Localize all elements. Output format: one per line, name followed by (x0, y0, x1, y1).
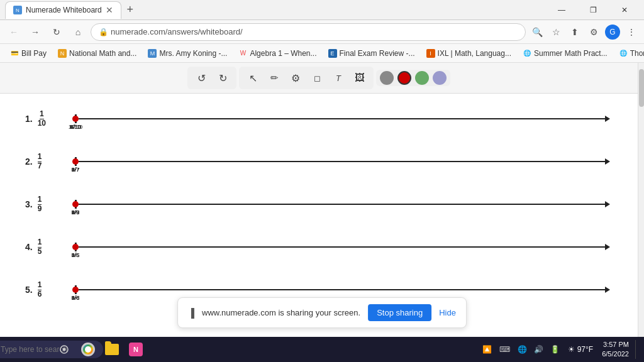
redo-button[interactable]: ↻ (213, 68, 233, 88)
volume-icon[interactable]: 🔊 (531, 342, 547, 357)
bookmark-star-icon[interactable]: ☆ (548, 25, 564, 40)
bookmark-favicon: 🌐 (523, 49, 531, 58)
content-area: ↺ ↻ ↖ ✏ ⚙ ◻ T 🖼 (0, 63, 644, 337)
bookmark-label: Algebra 1 – When... (250, 49, 316, 58)
bookmark-label: Thomastik-Infeld C... (630, 49, 644, 58)
fraction-marker (72, 116, 79, 122)
eraser-tool[interactable]: ◻ (307, 68, 327, 88)
problem-label-5: 5. 1 6 (25, 281, 75, 299)
close-button[interactable]: ✕ (610, 0, 639, 20)
back-button[interactable]: ← (5, 23, 23, 41)
problem-label-4: 4. 1 5 (25, 238, 75, 256)
new-tab-button[interactable]: + (121, 1, 139, 19)
weather-badge[interactable]: ☀ 97°F (565, 345, 596, 354)
tick-label: 7/7 (72, 167, 80, 173)
problem-label-3: 3. 1 9 (25, 195, 75, 213)
svg-point-5 (63, 348, 66, 351)
minimize-button[interactable]: — (547, 0, 576, 20)
browser-tab[interactable]: N Numerade Whiteboard ✕ (5, 1, 121, 19)
bookmark-favicon: I (426, 49, 435, 58)
tab-title: Numerade Whiteboard (26, 6, 102, 14)
search-taskbar[interactable]: 🔍 (29, 338, 52, 361)
network-icon[interactable]: 🌐 (515, 342, 530, 357)
taskbar-chrome[interactable] (77, 338, 99, 361)
tab-favicon: N (13, 6, 22, 14)
problem-row-3: 3. 1 9 0/91/92/93/94/95/96/97/98/99/9 (25, 192, 613, 217)
fraction-marker (72, 158, 79, 165)
system-tray: 🌐 🔊 🔋 (515, 342, 563, 357)
profile-icon[interactable]: G (605, 25, 620, 40)
taskbar-numerade[interactable]: N (125, 338, 147, 361)
problem-number: 4. (25, 242, 33, 252)
shape-tool[interactable]: ⚙ (286, 68, 306, 88)
scrollbar-thumb[interactable] (639, 69, 644, 107)
bookmark-icon: 💳 (10, 49, 19, 58)
color-green[interactable] (415, 71, 429, 85)
bookmark-ixl[interactable]: I IXL | Math, Languag... (421, 46, 516, 61)
color-gray[interactable] (380, 71, 394, 85)
bookmark-label: National Math and... (69, 49, 136, 58)
number-line-bar4 (79, 246, 606, 248)
number-line-bar2 (79, 161, 606, 162)
tick-label: 6/6 (72, 295, 80, 301)
sharing-notification: ▐ www.numerade.com is sharing your scree… (177, 297, 467, 328)
bookmark-favicon: E (328, 49, 337, 58)
url-bar[interactable]: 🔒 numerade.com/answers/whiteboard/ (91, 23, 526, 41)
show-desktop-button[interactable] (635, 340, 639, 359)
keyboard-icon[interactable]: ⌨ (497, 342, 513, 357)
problem-row-1: 1. 1 10 0/101/102/103/104/105/106/107/10… (25, 106, 613, 131)
share-icon[interactable]: ⬆ (567, 25, 582, 40)
menu-icon[interactable]: ⋮ (624, 25, 639, 40)
bookmark-summer-math[interactable]: 🌐 Summer Math Pract... (518, 46, 613, 61)
taskbar-right: 🔼 ⌨ 🌐 🔊 🔋 ☀ 97°F 3:57 PM 6/5/2022 (480, 340, 641, 359)
select-tool[interactable]: ↖ (243, 68, 263, 88)
system-clock[interactable]: 3:57 PM 6/5/2022 (598, 340, 633, 359)
bookmark-favicon: W (238, 49, 247, 58)
notification-icon[interactable]: 🔼 (480, 342, 495, 357)
bookmark-thomastik[interactable]: 🌐 Thomastik-Infeld C... (614, 46, 644, 61)
text-tool[interactable]: T (328, 68, 348, 88)
problem-label-2: 2. 1 7 (25, 153, 75, 170)
drawing-tools: ↖ ✏ ⚙ ◻ T 🖼 (239, 67, 374, 89)
problem-row-2: 2. 1 7 0/71/72/73/74/75/76/77/7 (25, 149, 613, 174)
bookmark-final-exam[interactable]: E Final Exam Review -... (323, 46, 420, 61)
bookmarks-bar: 💳 Bill Pay N National Math and... M Mrs.… (0, 44, 644, 63)
search-icon[interactable]: 🔍 (530, 25, 545, 40)
bookmark-label: Final Exam Review -... (340, 49, 415, 58)
extension-icon[interactable]: ⚙ (586, 25, 601, 40)
battery-icon[interactable]: 🔋 (548, 342, 563, 357)
undo-button[interactable]: ↺ (191, 68, 211, 88)
clock-date: 6/5/2022 (602, 349, 629, 359)
problem-number: 1. (25, 114, 33, 124)
hide-button[interactable]: Hide (439, 308, 456, 317)
scrollbar[interactable] (638, 63, 644, 337)
image-tool[interactable]: 🖼 (350, 68, 370, 88)
bookmark-bill-pay[interactable]: 💳 Bill Pay (5, 46, 52, 61)
search-input[interactable] (1, 345, 89, 354)
color-red[interactable] (397, 71, 411, 85)
taskbar: 🔍 N 🔼 ⌨ 🌐 (0, 337, 644, 362)
home-button[interactable]: ⌂ (69, 23, 87, 41)
bookmark-national-math[interactable]: N National Math and... (53, 46, 142, 61)
sharing-screen-icon: ▐ (188, 308, 194, 318)
problem-fraction: 1 10 (38, 110, 46, 128)
tick-label: 10/10 (69, 124, 83, 130)
bookmark-label: Bill Pay (21, 49, 47, 58)
refresh-button[interactable]: ↻ (48, 23, 65, 41)
problem-number: 5. (25, 285, 33, 295)
bookmark-label: IXL | Math, Languag... (438, 49, 511, 58)
bookmark-algebra[interactable]: W Algebra 1 – When... (233, 46, 321, 61)
bookmark-favicon: N (58, 49, 67, 58)
number-line-arrow3 (605, 201, 610, 207)
task-view-button[interactable] (53, 338, 75, 361)
fraction-marker (72, 201, 79, 207)
bookmark-amy-koning[interactable]: M Mrs. Amy Koning -... (143, 46, 232, 61)
stop-sharing-button[interactable]: Stop sharing (368, 304, 431, 321)
taskbar-file-explorer[interactable] (101, 338, 123, 361)
pen-tool[interactable]: ✏ (264, 68, 284, 88)
maximize-button[interactable]: ❐ (579, 0, 608, 20)
tab-close-icon[interactable]: ✕ (106, 5, 113, 15)
forward-button[interactable]: → (26, 23, 44, 41)
number-line-arrow5 (605, 287, 610, 293)
color-lavender[interactable] (433, 71, 447, 85)
